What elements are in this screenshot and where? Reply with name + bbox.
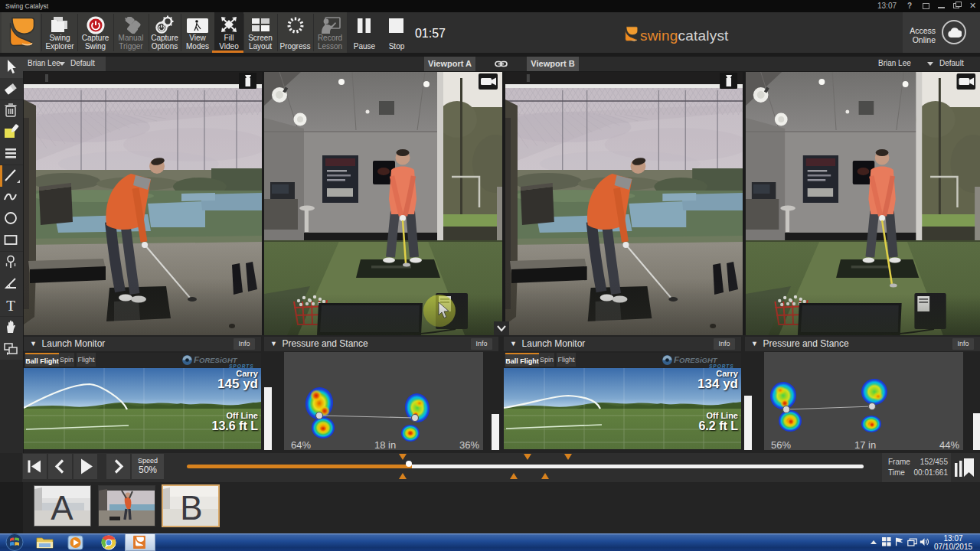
svg-text:T: T xyxy=(6,298,15,314)
svg-text:A: A xyxy=(51,489,74,526)
svg-text:B: B xyxy=(180,489,202,526)
